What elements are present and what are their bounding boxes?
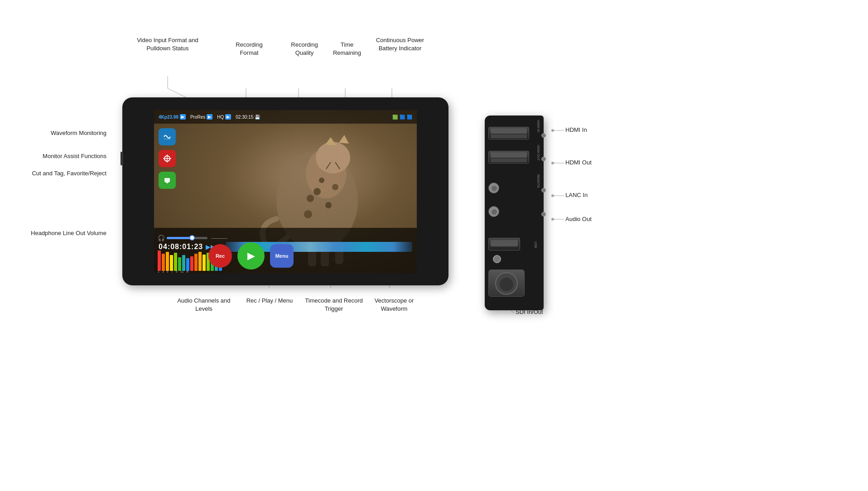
side-unit: HDMI IN HDMI OUT REMOTE USB	[485, 116, 544, 310]
audio-bar-12	[203, 255, 206, 271]
label-hdmi-out: HDMI Out	[565, 159, 620, 167]
label-time-remaining: Time Remaining	[329, 41, 365, 57]
svg-marker-50	[339, 135, 349, 144]
svg-point-32	[551, 194, 554, 197]
svg-point-30	[551, 162, 554, 164]
svg-point-44	[325, 202, 332, 208]
audio-bar-3	[166, 252, 169, 271]
diagram-container: Video Input Format and Pulldown Status R…	[0, 0, 868, 491]
hdmi-in-port	[488, 127, 529, 140]
audio-bar-4	[170, 255, 173, 271]
hdmi-out-connector-dot	[541, 157, 546, 161]
waveform-button[interactable]	[159, 128, 176, 145]
label-cut-and-tag: Cut and Tag, Favorite/Reject	[16, 169, 106, 178]
remote-label-unit: REMOTE	[537, 174, 540, 188]
label-rec-play-menu: Rec / Play / Menu	[240, 297, 299, 305]
svg-point-45	[304, 210, 312, 218]
audio-bar-8	[186, 258, 189, 271]
svg-marker-49	[325, 137, 336, 145]
label-hdmi-in: HDMI In	[565, 126, 620, 134]
hdmi-out-label-unit: HDMI OUT	[537, 145, 540, 161]
quality-indicator: HQ ▶	[217, 114, 231, 120]
label-audio-out: Audio Out	[565, 215, 620, 223]
audio-bar-7	[182, 255, 185, 271]
svg-point-46	[319, 178, 324, 183]
audio-level-labels: 1 3 5 7 9 11 A	[158, 270, 188, 273]
hdmi-in-connector-dot	[541, 133, 546, 138]
lanc-port	[488, 183, 499, 193]
label-audio-channels: Audio Channels and Levels	[170, 297, 238, 313]
svg-point-42	[316, 142, 350, 173]
headphone-fill	[167, 237, 191, 239]
label-monitor-assist: Monitor Assist Functions	[16, 152, 106, 160]
video-format-indicator: 4Kp23.98 ▶	[159, 114, 186, 120]
audio-bar-5	[174, 253, 177, 271]
svg-point-34	[551, 218, 554, 221]
label-continuous-power: Continuous Power Battery Indicator	[371, 36, 429, 53]
svg-point-43	[313, 188, 321, 195]
audio-out-port	[488, 206, 499, 217]
play-button[interactable]: ▶	[237, 242, 265, 270]
label-recording-format: Recording Format	[227, 41, 272, 57]
recording-format-indicator: ProRes ▶	[190, 114, 212, 120]
hdmi-out-port	[488, 151, 529, 164]
menu-button[interactable]: Menu	[270, 244, 294, 268]
label-video-input-format: Video Input Format and Pulldown Status	[136, 36, 199, 53]
label-recording-quality: Recording Quality	[282, 41, 327, 57]
hdmi-in-label-unit: HDMI IN	[537, 120, 540, 132]
side-button[interactable]	[121, 152, 123, 165]
label-waveform-monitoring: Waveform Monitoring	[16, 129, 106, 137]
audio-out-connector-dot	[541, 212, 546, 217]
audio-bar-2	[162, 254, 165, 271]
label-headphone-line: Headphone Line Out Volume	[16, 229, 106, 237]
headphone-thumb[interactable]	[189, 235, 195, 241]
usb-port	[488, 238, 520, 250]
cut-tag-button[interactable]	[159, 172, 176, 189]
monitor-assist-button[interactable]	[159, 150, 176, 167]
usb-label-unit: USB	[534, 241, 537, 248]
time-remaining-indicator: 02:30:15 💾	[236, 115, 260, 120]
control-buttons: Rec ▶ Menu	[208, 242, 294, 270]
label-vectorscope: Vectorscope or Waveform	[367, 297, 421, 313]
svg-point-28	[551, 129, 554, 132]
battery-indicator: 🟩 🟦 🟦	[392, 115, 412, 120]
audio-bar-1	[158, 250, 161, 271]
status-bar: 4Kp23.98 ▶ ProRes ▶ HQ ▶ 02:30:15 💾 🟩	[154, 110, 417, 124]
headphone-slider[interactable]	[167, 237, 207, 239]
audio-bar-6	[178, 257, 181, 271]
label-timecode: Timecode and Record Trigger	[304, 297, 363, 313]
left-controls	[159, 128, 176, 189]
genlock-area	[493, 255, 501, 263]
lanc-connector-dot	[541, 188, 546, 193]
svg-point-47	[332, 184, 338, 190]
audio-bar-10	[194, 254, 198, 271]
svg-point-48	[307, 195, 314, 202]
audio-bar-11	[198, 252, 202, 271]
tablet-device: 4Kp23.98 ▶ ProRes ▶ HQ ▶ 02:30:15 💾 🟩	[122, 97, 448, 285]
rec-button[interactable]: Rec	[208, 244, 232, 268]
audio-bar-9	[190, 256, 193, 271]
tablet-screen: 4Kp23.98 ▶ ProRes ▶ HQ ▶ 02:30:15 💾 🟩	[154, 110, 417, 273]
sdi-port	[488, 270, 525, 297]
label-lanc-in: LANC In	[565, 191, 620, 199]
bottom-bar: 🎧 ———— 04:08:01:23 ▶▶ —	[154, 228, 417, 273]
